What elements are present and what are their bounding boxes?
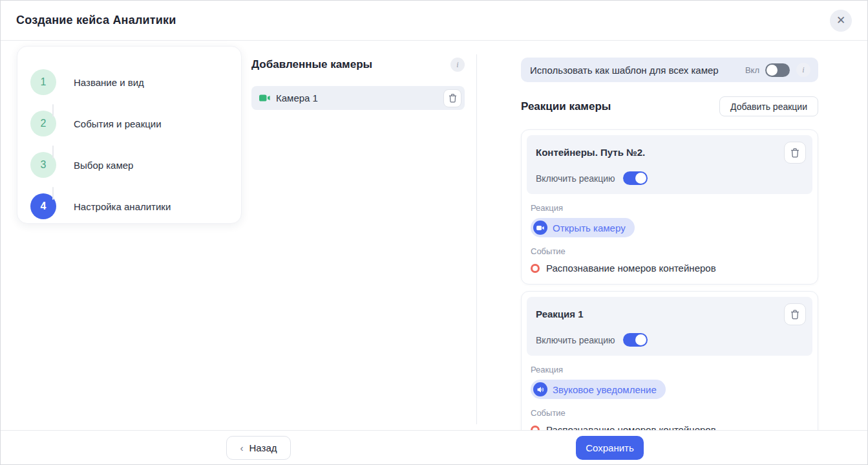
chevron-left-icon: ‹ — [240, 442, 244, 453]
event-field-label: Событие — [531, 408, 809, 418]
page-title: Создание кейса Аналитики — [16, 14, 176, 27]
template-toggle-label: Использовать как шаблон для всех камер — [530, 65, 719, 76]
step-connector — [52, 104, 54, 117]
wizard-stepper: 1 Название и вид 2 События и реакции 3 В… — [17, 46, 242, 224]
delete-reaction-button[interactable] — [784, 303, 806, 325]
reaction-card: Реакция 1 Включить реакцию — [521, 291, 818, 446]
reaction-card-header: Реакция 1 Включить реакцию — [527, 297, 812, 356]
template-toggle-switch[interactable] — [765, 63, 790, 77]
reaction-card: Контейнеры. Путь №2. Включить реакцию — [521, 129, 818, 285]
panel-divider — [476, 54, 477, 424]
delete-camera-button[interactable] — [443, 89, 461, 107]
event-field-label: Событие — [531, 246, 809, 256]
modal-header: Создание кейса Аналитики ✕ — [1, 1, 867, 41]
enable-reaction-switch[interactable] — [623, 171, 648, 185]
event-item: Распознавание номеров контейнеров — [531, 263, 809, 274]
enable-reaction-label: Включить реакцию — [536, 335, 615, 345]
reaction-field-label: Реакция — [531, 203, 809, 213]
camera-list-item[interactable]: Камера 1 — [251, 86, 465, 110]
reaction-chip[interactable]: Открыть камеру — [531, 218, 635, 237]
step-label: События и реакции — [74, 118, 162, 129]
added-cameras-panel: Добавленные камеры i Камера 1 — [251, 58, 465, 110]
back-button-label: Назад — [249, 442, 277, 453]
camera-name: Камера 1 — [276, 92, 318, 103]
close-button[interactable]: ✕ — [830, 10, 852, 32]
info-icon[interactable]: i — [450, 58, 465, 72]
back-button[interactable]: ‹ Назад — [226, 436, 291, 460]
info-icon[interactable]: i — [796, 63, 810, 77]
add-reactions-button[interactable]: Добавить реакции — [719, 96, 818, 116]
enable-reaction-label: Включить реакцию — [536, 173, 615, 184]
step-connector — [52, 187, 54, 200]
reaction-card-header: Контейнеры. Путь №2. Включить реакцию — [527, 135, 812, 194]
step-item-camera-selection[interactable]: 3 Выбор камер — [30, 144, 228, 186]
sound-icon — [533, 382, 547, 396]
event-status-icon — [531, 264, 540, 273]
modal-content: 1 Название и вид 2 События и реакции 3 В… — [1, 41, 867, 429]
reaction-chip-label: Звуковое уведомление — [553, 384, 657, 395]
step-label: Выбор камер — [74, 160, 133, 171]
step-item-name-and-type[interactable]: 1 Название и вид — [30, 61, 228, 103]
reaction-chip[interactable]: Звуковое уведомление — [531, 380, 666, 399]
save-button[interactable]: Сохранить — [576, 436, 644, 460]
event-name: Распознавание номеров контейнеров — [546, 263, 716, 274]
reaction-chip-label: Открыть камеру — [553, 222, 626, 233]
trash-icon — [790, 310, 799, 319]
step-connector — [52, 146, 54, 158]
step-label: Настройка аналитики — [74, 201, 171, 212]
trash-icon — [790, 148, 799, 158]
camera-icon — [259, 94, 270, 102]
trash-icon — [449, 94, 457, 103]
reaction-field-label: Реакция — [531, 365, 809, 374]
reactions-title: Реакции камеры — [521, 100, 611, 113]
camera-reactions-panel: Использовать как шаблон для всех камер В… — [521, 58, 818, 446]
step-item-events-and-reactions[interactable]: 2 События и реакции — [30, 103, 228, 144]
create-analytics-case-modal: Создание кейса Аналитики ✕ 1 Название и … — [0, 0, 868, 465]
step-label: Название и вид — [74, 77, 144, 88]
reaction-card-title: Реакция 1 — [536, 303, 584, 319]
reaction-card-title: Контейнеры. Путь №2. — [536, 142, 645, 158]
enable-reaction-switch[interactable] — [623, 333, 648, 347]
template-toggle-bar: Использовать как шаблон для всех камер В… — [521, 58, 818, 82]
added-cameras-title: Добавленные камеры — [251, 58, 372, 71]
delete-reaction-button[interactable] — [784, 142, 806, 164]
camera-icon — [533, 221, 547, 235]
step-item-analytics-settings[interactable]: 4 Настройка аналитики — [30, 186, 228, 227]
step-number-badge: 1 — [30, 69, 56, 95]
modal-footer: ‹ Назад Сохранить — [1, 430, 867, 464]
close-icon: ✕ — [836, 14, 845, 27]
toggle-state-label: Вкл — [745, 65, 759, 75]
